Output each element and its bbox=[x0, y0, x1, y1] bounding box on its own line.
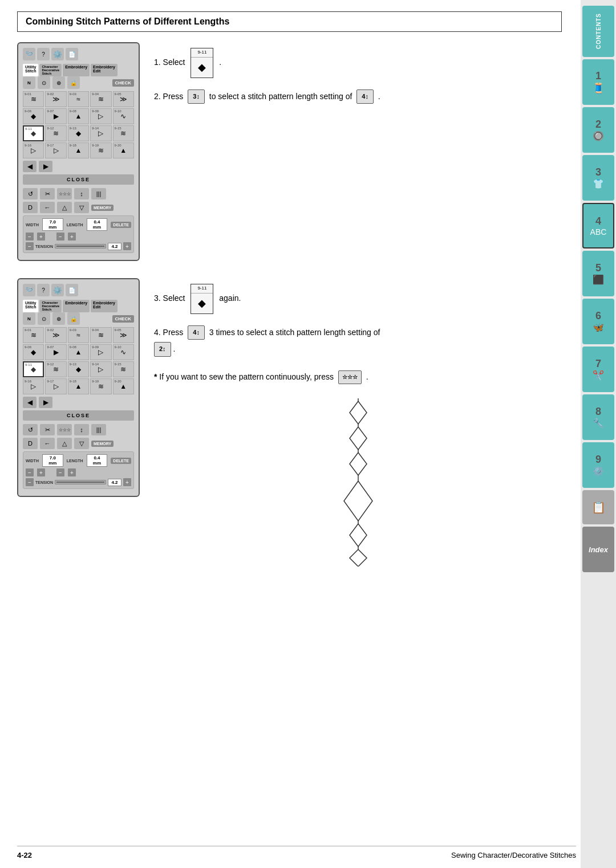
sidebar-tab-8[interactable]: 8 🔧 bbox=[582, 394, 614, 440]
btn-ref-4[interactable]: 4↕ bbox=[356, 89, 374, 104]
p2-stitch-cell-911[interactable]: 9-11◆ bbox=[23, 361, 44, 377]
close-button-2[interactable]: CLOSE bbox=[23, 410, 134, 421]
stitch-cell-907[interactable]: 9-07▶ bbox=[45, 108, 66, 124]
p2-stitch-cell-917[interactable]: 9-17▷ bbox=[45, 378, 66, 394]
p2-stitch-cell-901[interactable]: 9-01≋ bbox=[23, 327, 44, 343]
nav-prev-btn[interactable]: ◀ bbox=[23, 161, 37, 172]
p2-stitch-cell-918[interactable]: 9-18▲ bbox=[68, 378, 89, 394]
character-stitch-tab[interactable]: Character Decorative Stitch bbox=[39, 64, 62, 76]
p2-stitch-cell-909[interactable]: 9-09▷ bbox=[90, 344, 111, 360]
p2-tension-label: TEnsioN bbox=[35, 480, 53, 484]
memory-button-2[interactable]: MEMORY bbox=[91, 441, 114, 447]
check-button-1[interactable]: CHECK bbox=[112, 79, 134, 87]
nav-next-btn[interactable]: ▶ bbox=[39, 161, 52, 172]
tension-scale bbox=[55, 244, 106, 248]
p2-tension-plus-btn[interactable]: + bbox=[123, 478, 131, 486]
embroidery-tab[interactable]: Embroidery bbox=[63, 64, 90, 76]
stitch-ref-2: 9-11 ◆ bbox=[191, 284, 213, 314]
p2-stitch-cell-916[interactable]: 9-16▷ bbox=[23, 378, 44, 394]
utility-stitch-tab[interactable]: Utility Stitch bbox=[23, 64, 38, 76]
p2-stitch-cell-915[interactable]: 9-15≋ bbox=[113, 361, 134, 377]
sidebar-tab-9[interactable]: 9 ⚙️ bbox=[582, 442, 614, 488]
p2-stitch-cell-903[interactable]: 9-03≈ bbox=[68, 327, 89, 343]
sidebar-tab-3[interactable]: 3 👕 bbox=[582, 155, 614, 201]
stitch-cell-917[interactable]: 9-17▷ bbox=[45, 142, 66, 158]
btn-ref-stars[interactable]: ☆☆☆ bbox=[338, 370, 362, 384]
p2-length-plus-btn[interactable]: + bbox=[68, 468, 76, 476]
stitch-cell-911[interactable]: 9-11◆ bbox=[23, 125, 44, 141]
length-plus-btn[interactable]: + bbox=[68, 233, 76, 241]
p2-stitch-cell-913[interactable]: 9-13◆ bbox=[68, 361, 89, 377]
p2-embroidery-edit-tab[interactable]: Embroidery Edit bbox=[91, 300, 117, 312]
stitch-cell-904[interactable]: 9-04≋ bbox=[90, 91, 111, 107]
stitch-cell-908[interactable]: 9-08▲ bbox=[68, 108, 89, 124]
btn-ref-2[interactable]: 2↕ bbox=[154, 342, 171, 357]
p2-stitch-cell-908[interactable]: 9-08▲ bbox=[68, 344, 89, 360]
sidebar-tab-index[interactable]: Index bbox=[582, 527, 614, 572]
length-minus-btn[interactable]: − bbox=[56, 233, 64, 241]
memory-button-1[interactable]: MEMORY bbox=[91, 205, 114, 211]
panel-controls-1: ↺ ✂ ☆☆☆ ↕ ||| bbox=[23, 188, 134, 199]
stitch-cell-909[interactable]: 9-09▷ bbox=[90, 108, 111, 124]
tension-plus-btn[interactable]: + bbox=[123, 242, 131, 250]
stitch-cell-912[interactable]: 9-12≋ bbox=[45, 125, 66, 141]
stitch-cell-901[interactable]: 9-01≋ bbox=[23, 91, 44, 107]
panel2-icon-question: ? bbox=[37, 284, 50, 296]
p2-stitch-cell-904[interactable]: 9-04≋ bbox=[90, 327, 111, 343]
delete-button-2[interactable]: DELETE bbox=[111, 458, 131, 464]
p2-panel-icon-plus: ⊕ bbox=[52, 312, 65, 325]
embroidery-edit-tab[interactable]: Embroidery Edit bbox=[91, 64, 117, 76]
p2-stitch-cell-914[interactable]: 9-14▷ bbox=[90, 361, 111, 377]
sidebar-tab-5[interactable]: 5 ⬛ bbox=[582, 251, 614, 296]
p2-length-minus-btn[interactable]: − bbox=[56, 468, 64, 476]
p2-stitch-cell-920[interactable]: 9-20▲ bbox=[113, 378, 134, 394]
stitch-cell-906[interactable]: 9-06◆ bbox=[23, 108, 44, 124]
p2-stitch-cell-910[interactable]: 9-10∿ bbox=[113, 344, 134, 360]
stitch-cell-913[interactable]: 9-13◆ bbox=[68, 125, 89, 141]
stitch-cell-914[interactable]: 9-14▷ bbox=[90, 125, 111, 141]
sidebar-tab-2[interactable]: 2 🔘 bbox=[582, 107, 614, 153]
stitch-cell-916[interactable]: 9-16▷ bbox=[23, 142, 44, 158]
btn-ref-3[interactable]: 3↕ bbox=[188, 89, 205, 104]
sidebar-tab-contents[interactable]: CONTENTS bbox=[582, 6, 614, 57]
tension-row-2: − TEnsioN 4.2 + bbox=[26, 478, 131, 486]
p2-ctrl-icon-tri2: ▽ bbox=[74, 438, 89, 449]
sidebar-tab-6[interactable]: 6 🦋 bbox=[582, 299, 614, 344]
stitch-cell-903[interactable]: 9-03≈ bbox=[68, 91, 89, 107]
btn-ref-4-2[interactable]: 4↕ bbox=[188, 325, 205, 340]
sidebar-tab-1[interactable]: 1 🧵 bbox=[582, 59, 614, 105]
p2-embroidery-tab[interactable]: Embroidery bbox=[63, 300, 90, 312]
step-1: 1. Select 9-11 ◆ . bbox=[154, 48, 562, 78]
p2-stitch-cell-902[interactable]: 9-02≫ bbox=[45, 327, 66, 343]
p2-nav-next-btn[interactable]: ▶ bbox=[39, 397, 52, 408]
width-plus-btn[interactable]: + bbox=[37, 233, 45, 241]
note-suffix: . bbox=[366, 372, 368, 381]
width-minus-btn[interactable]: − bbox=[26, 233, 34, 241]
stitch-cell-919[interactable]: 9-19≋ bbox=[90, 142, 111, 158]
close-button-1[interactable]: CLOSE bbox=[23, 174, 134, 185]
stitch-cell-902[interactable]: 9-02≫ bbox=[45, 91, 66, 107]
p2-stitch-cell-905[interactable]: 9-05≫ bbox=[113, 327, 134, 343]
p2-nav-prev-btn[interactable]: ◀ bbox=[23, 397, 37, 408]
check-button-2[interactable]: CHECK bbox=[112, 315, 134, 323]
stitch-cell-905[interactable]: 9-05≫ bbox=[113, 91, 134, 107]
p2-width-plus-btn[interactable]: + bbox=[37, 468, 45, 476]
stitch-cell-910[interactable]: 9-10∿ bbox=[113, 108, 134, 124]
p2-character-stitch-tab[interactable]: Character Decorative Stitch bbox=[39, 300, 62, 312]
sidebar-tab-4[interactable]: 4 ABC bbox=[582, 203, 614, 248]
p2-width-minus-btn[interactable]: − bbox=[26, 468, 34, 476]
sidebar-tab-7[interactable]: 7 ✂️ bbox=[582, 347, 614, 392]
sidebar-tab-notes[interactable]: 📋 bbox=[582, 490, 614, 524]
p2-stitch-cell-919[interactable]: 9-19≋ bbox=[90, 378, 111, 394]
stitch-cell-920[interactable]: 9-20▲ bbox=[113, 142, 134, 158]
p2-stitch-cell-907[interactable]: 9-07▶ bbox=[45, 344, 66, 360]
p2-utility-stitch-tab[interactable]: Utility Stitch bbox=[23, 300, 38, 312]
tension-minus-btn[interactable]: − bbox=[26, 242, 34, 250]
p2-stitch-cell-912[interactable]: 9-12≋ bbox=[45, 361, 66, 377]
delete-button-1[interactable]: DELETE bbox=[111, 222, 131, 228]
p2-ctrl-icon-scissors: ✂ bbox=[40, 424, 55, 435]
p2-tension-minus-btn[interactable]: − bbox=[26, 478, 34, 486]
stitch-cell-918[interactable]: 9-18▲ bbox=[68, 142, 89, 158]
p2-stitch-cell-906[interactable]: 9-06◆ bbox=[23, 344, 44, 360]
stitch-cell-915[interactable]: 9-15≋ bbox=[113, 125, 134, 141]
